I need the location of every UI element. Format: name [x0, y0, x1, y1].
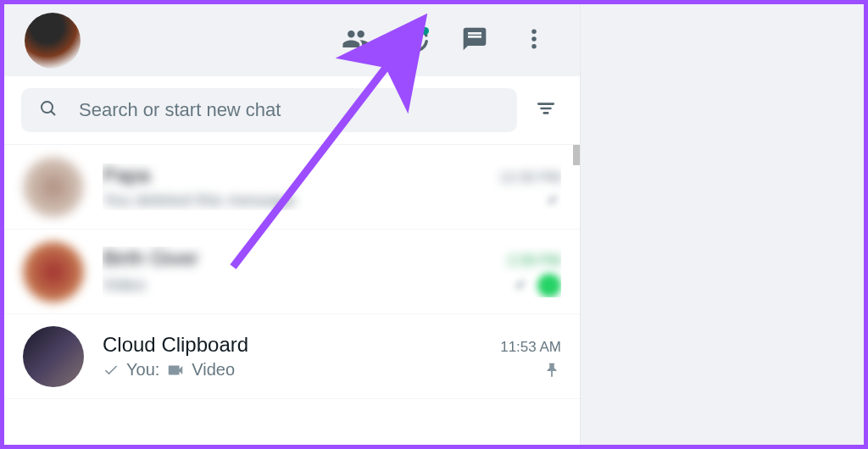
pin-icon: [542, 361, 561, 380]
chat-time: 12:30 PM: [499, 169, 561, 186]
chat-avatar: [23, 241, 84, 302]
menu-button[interactable]: [509, 15, 559, 66]
sidebar-header: [4, 4, 580, 76]
communities-icon: [342, 25, 370, 57]
status-update-dot: [421, 27, 429, 35]
svg-point-0: [410, 34, 420, 44]
search-input[interactable]: Search or start new chat: [21, 88, 517, 132]
check-icon: [103, 362, 120, 379]
chat-item[interactable]: Papa 12:30 PM You deleted this message: [4, 145, 580, 230]
chat-name: Cloud Clipboard: [103, 333, 248, 357]
search-icon: [38, 98, 58, 122]
svg-point-1: [531, 29, 537, 34]
chat-time: 11:53 AM: [500, 339, 561, 356]
chat-name: Papa: [103, 164, 150, 187]
search-placeholder: Search or start new chat: [79, 99, 281, 121]
video-icon: [166, 361, 185, 380]
svg-point-4: [42, 102, 53, 113]
menu-icon: [521, 26, 547, 55]
filter-icon: [535, 97, 557, 123]
chat-item[interactable]: Cloud Clipboard 11:53 AM You: Video: [4, 314, 580, 399]
svg-point-2: [531, 36, 537, 42]
search-row: Search or start new chat: [4, 76, 580, 145]
my-avatar[interactable]: [25, 13, 81, 69]
chat-item[interactable]: Birth Giver 2:39 PM Video: [4, 230, 580, 314]
pin-icon: [510, 276, 529, 295]
chat-time: 2:39 PM: [508, 252, 561, 269]
chat-preview: You: Video: [103, 360, 235, 380]
pin-icon: [542, 191, 561, 210]
conversation-pane: [581, 4, 864, 445]
chat-preview: Video: [103, 275, 146, 295]
status-button[interactable]: [390, 15, 441, 66]
chat-sidebar: Search or start new chat Papa 12:30 PM: [4, 4, 581, 445]
new-chat-button[interactable]: [449, 15, 500, 66]
chat-body: Cloud Clipboard 11:53 AM You: Video: [103, 333, 561, 380]
chat-body: Papa 12:30 PM You deleted this message: [103, 164, 561, 210]
chat-preview: You deleted this message: [103, 191, 296, 210]
filter-button[interactable]: [529, 93, 563, 127]
new-chat-icon: [461, 25, 488, 56]
scrollbar[interactable]: [573, 145, 580, 165]
chat-list: Papa 12:30 PM You deleted this message: [4, 145, 580, 445]
chat-avatar: [23, 326, 84, 387]
svg-point-3: [531, 44, 537, 49]
chat-avatar: [23, 157, 84, 218]
communities-button[interactable]: [331, 15, 381, 66]
chat-body: Birth Giver 2:39 PM Video: [103, 247, 561, 297]
unread-badge: [537, 274, 561, 297]
app-root: Search or start new chat Papa 12:30 PM: [4, 4, 864, 445]
chat-name: Birth Giver: [103, 247, 198, 270]
svg-line-5: [51, 111, 55, 115]
